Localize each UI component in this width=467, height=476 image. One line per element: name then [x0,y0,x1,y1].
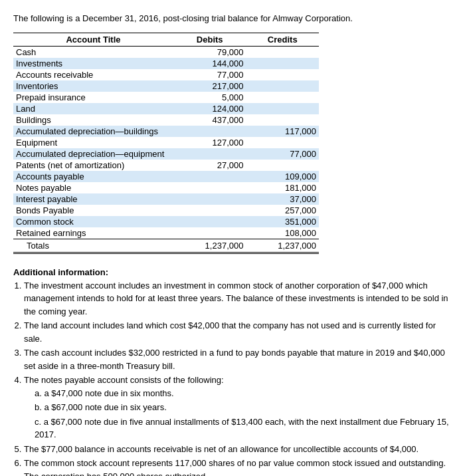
credit-cell: 37,000 [246,193,319,205]
sub-list: a. a $47,000 note due in six months. b. … [35,387,454,441]
account-cell: Notes payable [13,182,173,193]
credit-cell: 181,000 [246,182,319,193]
credit-cell [246,160,319,171]
table-row: Patents (net of amortization)27,000 [13,160,319,171]
additional-item-5: The $77,000 balance in accounts receivab… [24,443,454,456]
additional-item-3: The cash account includes $32,000 restri… [24,346,454,372]
debit-cell: 437,000 [173,114,246,126]
account-cell: Prepaid insurance [13,92,173,103]
sub-item-a: a. a $47,000 note due in six months. [35,387,454,400]
table-row: Equipment127,000 [13,137,319,148]
table-row: Investments144,000 [13,58,319,69]
debit-cell [173,193,246,205]
account-cell: Accounts receivable [13,69,173,80]
debit-cell [173,171,246,182]
credit-cell [246,92,319,103]
debit-cell: 5,000 [173,92,246,103]
account-cell: Accounts payable [13,171,173,182]
additional-list: The investment account includes an inves… [24,279,454,477]
table-row: Buildings437,000 [13,114,319,126]
additional-item-4: The notes payable account consists of th… [24,374,454,441]
table-row: Interest payable37,000 [13,193,319,205]
debit-cell: 144,000 [173,58,246,69]
credit-cell: 257,000 [246,205,319,216]
credit-cell: 108,000 [246,227,319,239]
sub-item-c: c. a $67,000 note due in five annual ins… [35,416,454,441]
additional-title: Additional information: [13,266,454,279]
debit-cell [173,227,246,239]
table-row: Land124,000 [13,103,319,114]
table-row: Accounts payable109,000 [13,171,319,182]
credit-cell [246,114,319,126]
debit-cell [173,148,246,160]
totals-row: Totals 1,237,000 1,237,000 [13,239,319,253]
intro-text: The following is a December 31, 2016, po… [13,13,454,23]
additional-item-6: The common stock account represents 117,… [24,457,454,476]
debit-cell [173,182,246,193]
additional-item-2: The land account includes land which cos… [24,319,454,345]
debit-cell: 27,000 [173,160,246,171]
debit-cell: 217,000 [173,80,246,92]
credit-cell: 109,000 [246,171,319,182]
debit-cell: 124,000 [173,103,246,114]
account-cell: Bonds Payable [13,205,173,216]
account-cell: Equipment [13,137,173,148]
table-row: Accounts receivable77,000 [13,69,319,80]
account-cell: Interest payable [13,193,173,205]
account-cell: Land [13,103,173,114]
totals-credit: 1,237,000 [246,239,319,253]
debit-cell [173,216,246,227]
account-cell: Investments [13,58,173,69]
account-cell: Inventories [13,80,173,92]
credit-cell [246,58,319,69]
table-row: Cash79,000 [13,47,319,59]
debit-cell: 127,000 [173,137,246,148]
additional-information: Additional information: The investment a… [13,266,454,476]
totals-label: Totals [13,239,173,253]
credit-cell [246,80,319,92]
debit-cell [173,205,246,216]
sub-item-b: b. a $67,000 note due in six years. [35,401,454,414]
account-cell: Cash [13,47,173,59]
credit-cell: 351,000 [246,216,319,227]
account-cell: Retained earnings [13,227,173,239]
debit-cell: 77,000 [173,69,246,80]
table-row: Accumulated depreciation—equipment77,000 [13,148,319,160]
credit-cell [246,137,319,148]
additional-item-1: The investment account includes an inves… [24,279,454,318]
account-cell: Accumulated depreciation—buildings [13,126,173,137]
account-cell: Patents (net of amortization) [13,160,173,171]
credit-cell [246,103,319,114]
table-row: Accumulated depreciation—buildings117,00… [13,126,319,137]
table-row: Notes payable181,000 [13,182,319,193]
account-cell: Accumulated depreciation—equipment [13,148,173,160]
table-row: Common stock351,000 [13,216,319,227]
credit-cell [246,47,319,59]
header-account: Account Title [13,33,173,47]
credit-cell [246,69,319,80]
trial-balance-table: Account Title Debits Credits Cash79,000I… [13,33,319,254]
table-row: Retained earnings108,000 [13,227,319,239]
table-row: Inventories217,000 [13,80,319,92]
debit-cell: 79,000 [173,47,246,59]
account-cell: Common stock [13,216,173,227]
debit-cell [173,126,246,137]
credit-cell: 77,000 [246,148,319,160]
totals-debit: 1,237,000 [173,239,246,253]
table-row: Prepaid insurance5,000 [13,92,319,103]
header-debits: Debits [173,33,246,47]
header-credits: Credits [246,33,319,47]
credit-cell: 117,000 [246,126,319,137]
account-cell: Buildings [13,114,173,126]
table-row: Bonds Payable257,000 [13,205,319,216]
